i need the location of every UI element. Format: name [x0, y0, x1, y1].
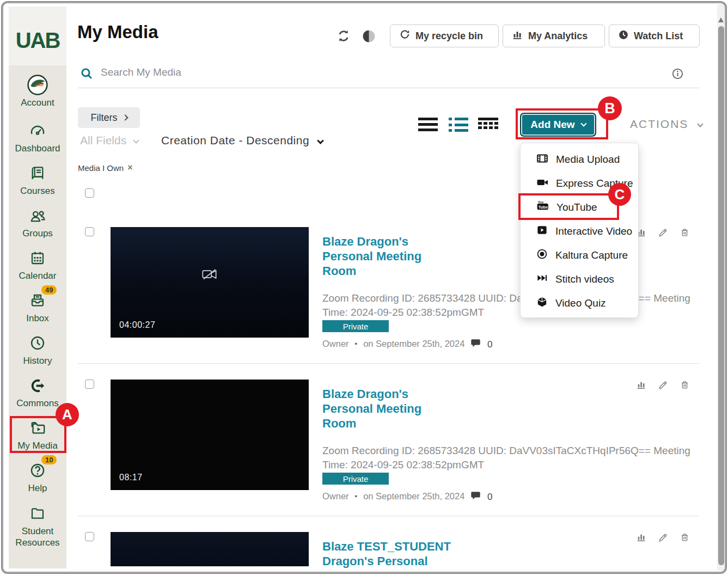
edit-pencil-icon[interactable]: [658, 227, 669, 240]
sort-dropdown[interactable]: Creation Date - Descending: [161, 134, 323, 147]
filters-label: Filters: [91, 112, 118, 124]
entry-checkbox[interactable]: [85, 380, 94, 389]
annotation-letter: B: [604, 100, 615, 117]
chevron-down-icon: [317, 137, 324, 144]
watch-list-button[interactable]: Watch List: [609, 25, 700, 47]
entry-thumbnail[interactable]: 04:00:27: [111, 227, 309, 338]
sidebar-item-label: Calendar: [9, 270, 66, 282]
menu-item-youtube[interactable]: YouTube YouTube: [521, 195, 639, 219]
entry-checkbox[interactable]: [85, 227, 94, 236]
entry-date: on September 25th, 2024: [363, 491, 464, 501]
youtube-icon: YouTube: [536, 199, 549, 216]
my-analytics-button[interactable]: My Analytics: [503, 25, 605, 47]
sidebar-item-label: Dashboard: [9, 143, 66, 154]
sidebar-item-dashboard[interactable]: Dashboard: [9, 121, 66, 154]
sidebar-item-inbox[interactable]: 49 Inbox: [9, 291, 66, 324]
inbox-tray-icon: 49: [9, 291, 66, 310]
menu-item-media-upload[interactable]: Media Upload: [521, 148, 639, 172]
sidebar-item-label: Inbox: [9, 313, 66, 324]
entry-thumbnail[interactable]: 08:17: [111, 380, 309, 490]
delete-trash-icon[interactable]: [680, 227, 690, 240]
recycle-bin-button[interactable]: My recycle bin: [390, 25, 499, 47]
collapsed-view-icon[interactable]: [418, 118, 439, 132]
actions-dropdown[interactable]: ACTIONS: [630, 118, 702, 131]
filters-button[interactable]: Filters: [78, 107, 140, 128]
fast-forward-icon: [536, 272, 548, 287]
menu-item-kaltura-capture[interactable]: Kaltura Capture: [521, 243, 639, 267]
menu-item-label: YouTube: [556, 201, 597, 213]
all-fields-label: All Fields: [80, 134, 126, 147]
uab-logo[interactable]: UAB: [9, 7, 66, 65]
comments-indicator[interactable]: 0: [470, 338, 492, 351]
scroll-up-arrow-icon[interactable]: [718, 17, 724, 22]
scrollbar-track[interactable]: [717, 4, 725, 571]
sidebar-item-courses[interactable]: Courses: [9, 163, 66, 197]
sidebar-item-history[interactable]: History: [9, 333, 66, 366]
delete-trash-icon[interactable]: [680, 380, 690, 393]
sidebar-item-help[interactable]: 10 Help: [9, 461, 66, 494]
scrollbar-thumb[interactable]: [718, 26, 724, 565]
info-icon[interactable]: [671, 68, 684, 82]
entry-title-link[interactable]: Blaze Dragon's Personal Meeting Room: [322, 234, 434, 278]
bar-chart-icon: [512, 29, 523, 43]
sidebar-item-label: Help: [9, 482, 66, 494]
cube-icon: [536, 296, 548, 311]
entry-title-link[interactable]: Blaze TEST_STUDENT Dragon's Personal: [322, 539, 464, 568]
select-all-checkbox[interactable]: [85, 188, 94, 198]
sidebar-item-calendar[interactable]: Calendar: [9, 248, 66, 282]
menu-item-label: Interactive Video: [555, 225, 632, 237]
sidebar-item-commons[interactable]: Commons: [9, 376, 66, 409]
record-circle-icon: [536, 248, 548, 263]
separator-dot: •: [355, 492, 358, 500]
filter-chip-media-i-own[interactable]: Media I Own ×: [78, 163, 133, 173]
privacy-badge: Private: [322, 473, 389, 485]
sidebar-item-label: Commons: [9, 397, 66, 409]
entry-title-link[interactable]: Blaze Dragon's Personal Meeting Room: [322, 387, 434, 431]
dashboard-gauge-icon: [9, 121, 66, 140]
search-bar: [78, 65, 699, 87]
sidebar-item-label: Groups: [9, 228, 66, 239]
sidebar-item-label: My Media: [9, 440, 66, 451]
entry-checkbox[interactable]: [85, 532, 94, 541]
menu-item-express-capture[interactable]: Express Capture: [521, 172, 639, 195]
edit-pencil-icon[interactable]: [658, 532, 669, 545]
entry-analytics-icon[interactable]: [636, 532, 647, 545]
entry-analytics-icon[interactable]: [636, 380, 647, 393]
add-new-button[interactable]: Add New: [520, 113, 596, 137]
video-camera-icon: [536, 176, 549, 192]
help-badge: 10: [41, 455, 57, 464]
sidebar-item-groups[interactable]: Groups: [9, 206, 66, 239]
chevron-right-icon: [122, 114, 128, 120]
detailed-view-icon[interactable]: [449, 118, 469, 132]
refresh-icon[interactable]: [336, 28, 351, 46]
search-input[interactable]: [101, 66, 384, 78]
comments-indicator[interactable]: 0: [470, 491, 492, 504]
entry-description: Zoom Recording ID: 2685733428 UUID: DaVV…: [322, 291, 703, 320]
menu-item-video-quiz[interactable]: Video Quiz: [521, 291, 639, 315]
chevron-down-icon: [133, 137, 139, 143]
owner-label: Owner: [322, 339, 349, 349]
contrast-icon[interactable]: [361, 28, 377, 46]
menu-item-interactive-video[interactable]: Interactive Video: [521, 219, 639, 243]
delete-trash-icon[interactable]: [680, 532, 690, 545]
duration-label: 04:00:27: [119, 320, 155, 330]
entry-thumbnail[interactable]: [111, 532, 309, 566]
menu-item-label: Video Quiz: [555, 297, 606, 309]
menu-item-stitch-videos[interactable]: Stitch videos: [521, 267, 639, 291]
uab-logo-text: UAB: [16, 28, 60, 53]
calendar-icon: [9, 248, 66, 268]
all-fields-dropdown[interactable]: All Fields: [80, 134, 138, 147]
menu-item-label: Express Capture: [556, 178, 633, 189]
chevron-down-icon: [698, 121, 703, 127]
close-icon[interactable]: ×: [127, 163, 132, 173]
sidebar-item-label: Account: [9, 97, 66, 108]
sidebar-item-student-resources[interactable]: Student Resources: [9, 504, 66, 548]
sidebar-item-account[interactable]: Account: [9, 75, 66, 108]
entry-actions: [636, 380, 688, 393]
separator-dot: •: [355, 340, 358, 348]
sidebar-item-my-media[interactable]: My Media: [9, 418, 66, 451]
comments-count: 0: [487, 492, 492, 503]
edit-pencil-icon[interactable]: [658, 380, 669, 393]
grid-view-icon[interactable]: [478, 118, 499, 132]
watch-clock-icon: [618, 29, 629, 43]
